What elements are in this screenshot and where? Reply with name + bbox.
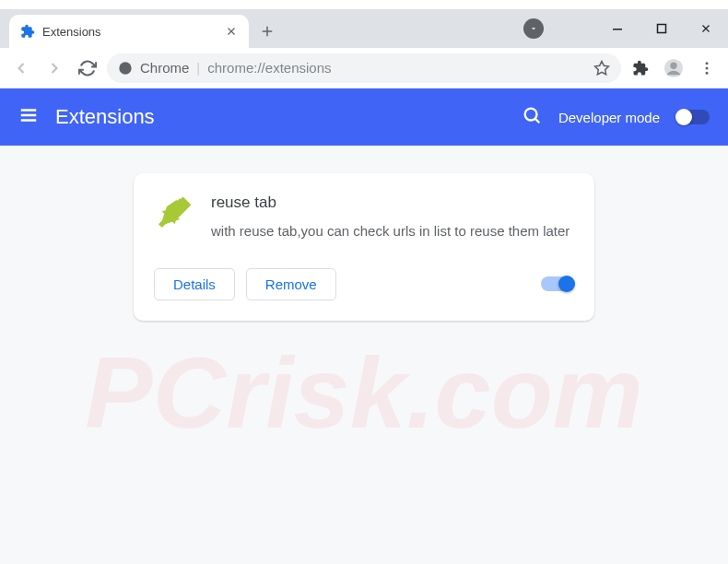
address-bar[interactable]: Chrome | chrome://extensions xyxy=(107,53,621,83)
browser-tab[interactable]: Extensions xyxy=(9,15,249,48)
bookmark-star-icon[interactable] xyxy=(593,60,610,76)
svg-point-6 xyxy=(706,62,709,65)
omnibox-divider: | xyxy=(196,60,200,76)
svg-rect-1 xyxy=(658,25,666,33)
extension-card: reuse tab with reuse tab,you can check u… xyxy=(134,173,594,321)
extension-pin-icon xyxy=(154,194,193,232)
svg-point-2 xyxy=(119,62,131,74)
extensions-app-bar: Extensions Developer mode xyxy=(0,88,728,146)
svg-marker-3 xyxy=(595,61,609,74)
extension-enable-toggle[interactable] xyxy=(541,276,574,291)
tab-strip: Extensions xyxy=(0,9,728,48)
minimize-button[interactable] xyxy=(595,9,640,48)
remove-button[interactable]: Remove xyxy=(246,268,336,300)
extensions-button[interactable] xyxy=(627,54,654,82)
close-window-button[interactable] xyxy=(684,9,728,48)
svg-point-9 xyxy=(525,109,537,121)
tab-title: Extensions xyxy=(42,25,217,39)
site-info-label: Chrome xyxy=(140,60,189,76)
profile-button[interactable] xyxy=(660,54,687,82)
browser-toolbar: Chrome | chrome://extensions xyxy=(0,48,728,88)
extension-tab-icon xyxy=(20,24,35,39)
page-title: Extensions xyxy=(55,105,505,129)
window-titlebar xyxy=(0,0,728,9)
new-tab-button[interactable] xyxy=(254,18,280,44)
close-tab-icon[interactable] xyxy=(225,25,238,38)
window-controls xyxy=(595,9,728,48)
search-extensions-icon[interactable] xyxy=(522,105,542,129)
extensions-content: PCrisk.com reuse tab with reuse tab,you … xyxy=(0,146,728,564)
developer-mode-toggle[interactable] xyxy=(676,110,710,124)
developer-mode-label: Developer mode xyxy=(558,110,660,125)
back-button[interactable] xyxy=(7,54,35,82)
maximize-button[interactable] xyxy=(640,9,684,48)
details-button[interactable]: Details xyxy=(154,268,235,300)
svg-point-7 xyxy=(706,66,709,69)
svg-point-8 xyxy=(706,71,709,74)
svg-rect-0 xyxy=(613,29,622,30)
url-text: chrome://extensions xyxy=(207,60,331,76)
svg-point-5 xyxy=(670,62,676,68)
extension-name: reuse tab xyxy=(211,194,569,212)
chrome-icon xyxy=(118,61,133,76)
menu-button[interactable] xyxy=(693,54,721,82)
forward-button[interactable] xyxy=(41,54,68,82)
extension-description: with reuse tab,you can check urls in lis… xyxy=(211,221,569,242)
reload-button[interactable] xyxy=(74,54,101,82)
media-control-button[interactable] xyxy=(523,18,544,39)
hamburger-menu-icon[interactable] xyxy=(18,105,39,129)
